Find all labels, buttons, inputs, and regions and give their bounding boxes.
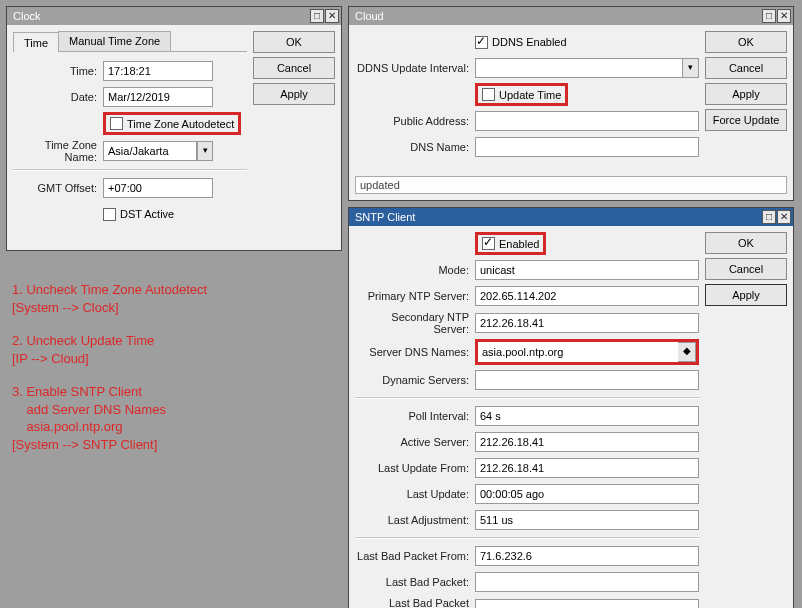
last-bad-packet-from-label: Last Bad Packet From: (355, 550, 475, 562)
minimize-icon[interactable]: □ (762, 210, 776, 224)
minimize-icon[interactable]: □ (762, 9, 776, 23)
tab-manual-tz[interactable]: Manual Time Zone (58, 31, 171, 51)
last-bad-packet-input (475, 572, 699, 592)
sntp-enabled-checkbox[interactable] (482, 237, 495, 250)
server-dns-highlight: ◆ (475, 339, 699, 365)
minimize-icon[interactable]: □ (310, 9, 324, 23)
close-icon[interactable]: ✕ (325, 9, 339, 23)
dns-name-input[interactable] (475, 137, 699, 157)
clock-tabs: Time Manual Time Zone (13, 31, 247, 52)
update-time-checkbox[interactable] (482, 88, 495, 101)
cloud-title: Cloud (355, 7, 384, 25)
ddns-interval-label: DDNS Update Interval: (355, 62, 475, 74)
last-adjustment-label: Last Adjustment: (355, 514, 475, 526)
poll-label: Poll Interval: (355, 410, 475, 422)
update-time-label: Update Time (499, 89, 561, 101)
server-dns-label: Server DNS Names: (355, 346, 475, 358)
dynamic-servers-input[interactable] (475, 370, 699, 390)
server-dns-stepper-icon[interactable]: ◆ (678, 342, 696, 362)
tz-name-label: Time Zone Name: (13, 139, 103, 163)
last-update-input (475, 484, 699, 504)
tz-autodetect-label: Time Zone Autodetect (127, 118, 234, 130)
public-addr-input[interactable] (475, 111, 699, 131)
cloud-status: updated (355, 176, 787, 194)
active-server-input (475, 432, 699, 452)
active-server-label: Active Server: (355, 436, 475, 448)
clock-window: Clock □ ✕ Time Manual Time Zone Time: Da… (6, 6, 342, 251)
dst-label: DST Active (120, 208, 174, 220)
gmt-label: GMT Offset: (13, 182, 103, 194)
ddns-enabled-label: DDNS Enabled (492, 36, 567, 48)
cloud-apply-button[interactable]: Apply (705, 83, 787, 105)
secondary-ntp-input[interactable] (475, 313, 699, 333)
tz-name-dropdown-icon[interactable]: ▾ (197, 141, 213, 161)
server-dns-input[interactable] (478, 342, 678, 362)
last-bad-packet-reason-label: Last Bad Packet Reason: (355, 597, 475, 608)
ddns-interval-input[interactable] (475, 58, 683, 78)
ddns-interval-dropdown-icon[interactable]: ▾ (683, 58, 699, 78)
annotation-notes: 1. Uncheck Time Zone Autodetect[System -… (6, 281, 342, 469)
close-icon[interactable]: ✕ (777, 9, 791, 23)
clock-ok-button[interactable]: OK (253, 31, 335, 53)
clock-titlebar: Clock □ ✕ (7, 7, 341, 25)
last-bad-packet-reason-input (475, 599, 699, 608)
ddns-enabled-checkbox[interactable] (475, 36, 488, 49)
sntp-ok-button[interactable]: OK (705, 232, 787, 254)
last-bad-packet-from-input (475, 546, 699, 566)
cloud-window: Cloud □ ✕ DDNS Enabled DDNS Update Inter… (348, 6, 794, 201)
last-update-from-input (475, 458, 699, 478)
cloud-ok-button[interactable]: OK (705, 31, 787, 53)
last-adjustment-input (475, 510, 699, 530)
tz-name-input[interactable] (103, 141, 197, 161)
last-update-label: Last Update: (355, 488, 475, 500)
dns-name-label: DNS Name: (355, 141, 475, 153)
sntp-apply-button[interactable]: Apply (705, 284, 787, 306)
dst-checkbox[interactable] (103, 208, 116, 221)
sntp-enabled-label: Enabled (499, 238, 539, 250)
time-label: Time: (13, 65, 103, 77)
cloud-force-update-button[interactable]: Force Update (705, 109, 787, 131)
dynamic-servers-label: Dynamic Servers: (355, 374, 475, 386)
cloud-cancel-button[interactable]: Cancel (705, 57, 787, 79)
sntp-enabled-highlight: Enabled (475, 232, 546, 255)
public-addr-label: Public Address: (355, 115, 475, 127)
tz-autodetect-highlight: Time Zone Autodetect (103, 112, 241, 135)
last-bad-packet-label: Last Bad Packet: (355, 576, 475, 588)
sntp-title: SNTP Client (355, 208, 415, 226)
sntp-cancel-button[interactable]: Cancel (705, 258, 787, 280)
clock-title: Clock (13, 7, 41, 25)
date-input[interactable] (103, 87, 213, 107)
tab-time[interactable]: Time (13, 32, 59, 52)
close-icon[interactable]: ✕ (777, 210, 791, 224)
date-label: Date: (13, 91, 103, 103)
clock-cancel-button[interactable]: Cancel (253, 57, 335, 79)
sntp-titlebar: SNTP Client □ ✕ (349, 208, 793, 226)
mode-input[interactable] (475, 260, 699, 280)
time-input[interactable] (103, 61, 213, 81)
secondary-ntp-label: Secondary NTP Server: (355, 311, 475, 335)
primary-ntp-input[interactable] (475, 286, 699, 306)
sntp-window: SNTP Client □ ✕ Enabled Mode: (348, 207, 794, 608)
mode-label: Mode: (355, 264, 475, 276)
clock-apply-button[interactable]: Apply (253, 83, 335, 105)
update-time-highlight: Update Time (475, 83, 568, 106)
cloud-titlebar: Cloud □ ✕ (349, 7, 793, 25)
tz-autodetect-checkbox[interactable] (110, 117, 123, 130)
primary-ntp-label: Primary NTP Server: (355, 290, 475, 302)
gmt-input[interactable] (103, 178, 213, 198)
last-update-from-label: Last Update From: (355, 462, 475, 474)
poll-input[interactable] (475, 406, 699, 426)
